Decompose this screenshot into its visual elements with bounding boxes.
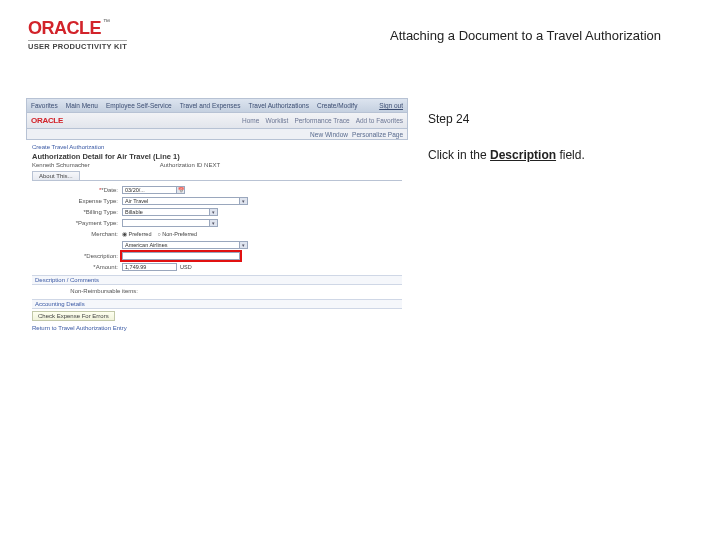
merchant-label: Merchant: (32, 231, 122, 237)
nav-path-3[interactable]: Travel Authorizations (248, 102, 308, 109)
currency-code: USD (180, 264, 192, 270)
nav-path-4[interactable]: Create/Modify (317, 102, 357, 109)
chevron-down-icon[interactable]: ▾ (240, 241, 248, 249)
chevron-down-icon[interactable]: ▾ (240, 197, 248, 205)
section-description-comments[interactable]: Description / Comments (32, 275, 402, 285)
page-crumb[interactable]: Create Travel Authorization (32, 144, 402, 150)
document-title: Attaching a Document to a Travel Authori… (390, 28, 661, 43)
payment-type-label: *Payment Type: (32, 220, 122, 226)
step-number: Step 24 (428, 110, 688, 128)
link-personalize[interactable]: Personalize Page (352, 131, 403, 138)
section-accounting-details[interactable]: Accounting Details (32, 299, 402, 309)
user-name: Kenneth Schumacher (32, 162, 90, 168)
link-trace[interactable]: Performance Trace (294, 117, 349, 124)
check-errors-button[interactable]: Check Expense For Errors (32, 311, 115, 321)
brand-block: ORACLE™ USER PRODUCTIVITY KIT (28, 18, 127, 51)
app-breadcrumb-bar: Favorites Main Menu Employee Self-Servic… (26, 98, 408, 113)
oracle-logo: ORACLE (28, 18, 101, 39)
step-description: Click in the Description field. (428, 146, 688, 164)
step-desc-prefix: Click in the (428, 148, 490, 162)
nav-main-menu[interactable]: Main Menu (66, 102, 98, 109)
nav-favorites[interactable]: Favorites (31, 102, 58, 109)
link-addfav[interactable]: Add to Favorites (356, 117, 403, 124)
nav-path-1[interactable]: Employee Self-Service (106, 102, 172, 109)
description-label: *Description: (32, 253, 122, 259)
link-worklist[interactable]: Worklist (265, 117, 288, 124)
expense-type-select[interactable]: Air Travel (122, 197, 240, 205)
date-input[interactable]: 03/20/... (122, 186, 177, 194)
merchant-pref-radio[interactable]: ◉ Preferred (122, 231, 151, 237)
payment-type-select[interactable] (122, 219, 210, 227)
amount-input[interactable]: 1,749.99 (122, 263, 177, 271)
instruction-panel: Step 24 Click in the Description field. (428, 110, 688, 164)
app-body: Create Travel Authorization Authorizatio… (26, 140, 408, 337)
merchant-nonpref-radio[interactable]: ○ Non-Preferred (157, 231, 197, 237)
amount-label: *Amount: (32, 264, 122, 270)
calendar-icon[interactable]: 📅 (177, 186, 185, 194)
trademark-symbol: ™ (103, 18, 110, 25)
merchant-select[interactable]: American Airlines (122, 241, 240, 249)
signout-link[interactable]: Sign out (379, 102, 403, 109)
billing-type-label: *Billing Type: (32, 209, 122, 215)
chevron-down-icon[interactable]: ▾ (210, 219, 218, 227)
description-input[interactable] (122, 252, 240, 260)
product-kit-label: USER PRODUCTIVITY KIT (28, 40, 127, 51)
step-desc-suffix: field. (556, 148, 585, 162)
auth-id: Authorization ID NEXT (160, 162, 220, 168)
chevron-down-icon[interactable]: ▾ (210, 208, 218, 216)
nonreimbursable-label: Non-Reimbursable items: (32, 288, 142, 294)
link-new-window[interactable]: New Window (310, 131, 348, 138)
step-desc-field: Description (490, 148, 556, 162)
embedded-screenshot: Favorites Main Menu Employee Self-Servic… (26, 98, 408, 337)
expense-type-label: Expense Type: (32, 198, 122, 204)
tab-about[interactable]: About This... (32, 171, 80, 180)
nav-path-2[interactable]: Travel and Expenses (180, 102, 241, 109)
return-link[interactable]: Return to Travel Authorization Entry (32, 325, 402, 331)
oracle-logo-small: ORACLE (31, 116, 63, 125)
link-home[interactable]: Home (242, 117, 259, 124)
billing-type-select[interactable]: Billable (122, 208, 210, 216)
app-subheader-bar: New Window Personalize Page (26, 129, 408, 140)
page-title: Authorization Detail for Air Travel (Lin… (32, 152, 402, 161)
date-label: **Date: (32, 187, 122, 193)
app-header-bar: ORACLE Home Worklist Performance Trace A… (26, 113, 408, 129)
